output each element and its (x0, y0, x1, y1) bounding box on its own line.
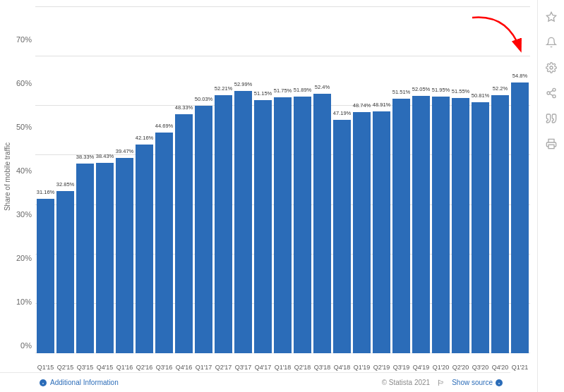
svg-rect-7 (548, 145, 554, 148)
x-tick-label: Q2'18 (294, 364, 311, 371)
svg-point-2 (553, 88, 556, 91)
x-tick-label: Q4'18 (333, 364, 351, 371)
bar-value-label: 51.89% (294, 87, 311, 93)
flag-icon: 🏳 (437, 379, 445, 387)
star-icon[interactable] (541, 7, 561, 27)
x-tick-label: Q1'16 (116, 364, 133, 371)
x-tick-label: Q3'20 (472, 364, 489, 371)
bar[interactable]: 54.8% (511, 82, 529, 353)
bar-value-label: 42.16% (136, 135, 153, 141)
bar-value-label: 52.99% (234, 81, 252, 87)
print-icon[interactable] (541, 134, 561, 154)
share-icon[interactable] (541, 83, 561, 103)
bar-wrapper: 38.33% (76, 7, 94, 353)
additional-info[interactable]: Additional Information (39, 379, 119, 387)
bar-value-label: 54.8% (512, 73, 527, 79)
bell-icon[interactable] (541, 32, 561, 52)
bar[interactable]: 32.85% (56, 191, 74, 353)
bar[interactable]: 51.75% (274, 97, 292, 353)
x-tick-label: Q4'15 (96, 364, 114, 371)
y-axis-ticks: 70% 60% 50% 40% 30% 20% 10% 0% (0, 35, 35, 350)
bar-value-label: 51.51% (392, 89, 410, 95)
x-tick-label: Q2'20 (452, 364, 469, 371)
svg-line-6 (549, 90, 553, 92)
bar-value-label: 52.21% (215, 85, 232, 92)
bar[interactable]: 48.74% (353, 112, 371, 353)
info-icon (39, 379, 47, 387)
bar[interactable]: 52.4% (313, 94, 331, 353)
x-tick-label: Q1'20 (432, 364, 450, 371)
x-tick-label: Q2'17 (215, 364, 232, 371)
svg-point-4 (553, 95, 556, 98)
svg-marker-0 (546, 12, 556, 21)
bar[interactable]: 52.05% (412, 96, 430, 353)
x-tick-label: Q1'19 (353, 364, 371, 371)
bar-value-label: 44.69% (155, 123, 173, 129)
bar-value-label: 38.43% (96, 153, 114, 159)
bar-value-label: 52.4% (315, 84, 330, 90)
bar[interactable]: 48.33% (175, 114, 193, 353)
bar-wrapper: 42.16% (136, 7, 153, 353)
bar[interactable]: 39.47% (116, 158, 133, 353)
bar[interactable]: 38.43% (96, 163, 114, 353)
bar[interactable]: 52.21% (215, 95, 232, 353)
bar[interactable]: 31.16% (37, 199, 54, 353)
gear-icon[interactable] (541, 58, 561, 78)
bar[interactable]: 50.03% (195, 106, 212, 353)
x-tick-label: Q3'17 (234, 364, 252, 371)
x-tick-label: Q2'16 (136, 364, 153, 371)
bar-wrapper: 51.75% (274, 7, 292, 353)
bar-wrapper: 51.95% (432, 7, 450, 353)
bar[interactable]: 47.19% (333, 120, 351, 353)
bar[interactable]: 51.55% (452, 98, 469, 353)
footer-right: © Statista 2021 🏳 Show source (382, 379, 503, 387)
bar-wrapper: 47.19% (333, 7, 351, 353)
bar-wrapper: 52.21% (215, 7, 232, 353)
bar[interactable]: 52.2% (491, 95, 509, 353)
quote-icon[interactable] (541, 109, 561, 128)
bar-wrapper: 52.4% (313, 7, 331, 353)
bar-value-label: 52.2% (493, 85, 508, 92)
svg-line-5 (549, 94, 553, 96)
x-tick-label: Q4'20 (491, 364, 509, 371)
sidebar (537, 0, 564, 392)
bar[interactable]: 51.95% (432, 97, 450, 353)
bar-wrapper: 48.33% (175, 7, 193, 353)
bar[interactable]: 42.16% (136, 145, 153, 353)
x-axis: Q1'15Q2'15Q3'15Q4'15Q1'16Q2'16Q3'16Q4'16… (35, 364, 530, 371)
bar-wrapper: 44.69% (155, 7, 173, 353)
bar-value-label: 51.15% (254, 90, 272, 97)
x-tick-label: Q1'21 (511, 364, 529, 371)
bar[interactable]: 51.15% (254, 100, 272, 353)
bar[interactable]: 51.89% (294, 97, 311, 353)
bar[interactable]: 51.51% (392, 99, 410, 353)
bar[interactable]: 52.99% (234, 91, 252, 353)
bar-wrapper: 52.05% (412, 7, 430, 353)
svg-point-3 (547, 92, 550, 94)
x-tick-label: Q1'17 (195, 364, 212, 371)
bars-container: 31.16%32.85%38.33%38.43%39.47%42.16%44.6… (35, 7, 530, 353)
bar-value-label: 48.91% (373, 102, 390, 108)
x-tick-label: Q3'19 (392, 364, 410, 371)
bar-wrapper: 38.43% (96, 7, 114, 353)
bar-value-label: 51.55% (452, 88, 469, 94)
bar-wrapper: 51.89% (294, 7, 311, 353)
bar-value-label: 38.33% (76, 154, 94, 160)
bar-wrapper: 50.03% (195, 7, 212, 353)
x-tick-label: Q4'17 (254, 364, 272, 371)
info-circle-icon (495, 379, 503, 387)
bar-wrapper: 48.74% (353, 7, 371, 353)
bar-wrapper: 52.2% (491, 7, 509, 353)
x-tick-label: Q3'15 (76, 364, 94, 371)
bar[interactable]: 38.33% (76, 164, 94, 353)
bar-value-label: 50.81% (472, 92, 489, 99)
bar-value-label: 51.95% (432, 87, 450, 93)
bar[interactable]: 50.81% (472, 102, 489, 353)
bar[interactable]: 44.69% (155, 133, 173, 353)
bar-wrapper: 51.55% (452, 7, 469, 353)
x-tick-label: Q2'15 (56, 364, 74, 371)
bar[interactable]: 48.91% (373, 111, 390, 353)
bar-value-label: 32.85% (56, 181, 74, 188)
bar-wrapper: 31.16% (37, 7, 54, 353)
show-source-button[interactable]: Show source (452, 379, 503, 387)
